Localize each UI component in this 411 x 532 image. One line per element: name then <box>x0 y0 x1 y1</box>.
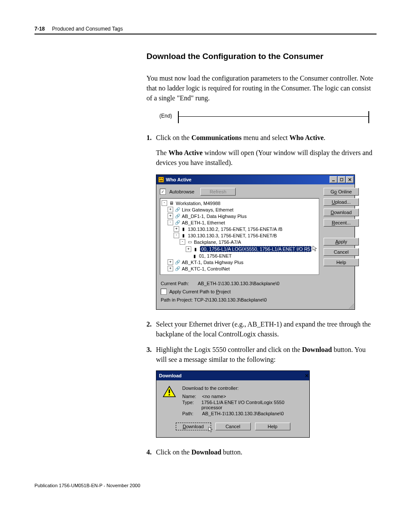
tree-node-backplane[interactable]: -▭Backplane, 1756-A7/A <box>162 239 318 245</box>
path-label: Path: <box>182 411 202 416</box>
step4-post: button. <box>221 448 243 456</box>
network-icon: 🔗 <box>174 266 181 271</box>
step3-bold: Download <box>302 346 332 353</box>
step-number: 3. <box>146 345 156 364</box>
who-active-window: Who Active ✓ Autobrowse Refresh -🖥Workst… <box>156 174 355 310</box>
module-icon: ▮ <box>181 227 187 231</box>
svg-rect-7 <box>169 394 170 395</box>
step-number: 2. <box>146 319 156 339</box>
autobrowse-label: Autobrowse <box>169 189 194 194</box>
who-active-app-icon <box>158 177 164 183</box>
page-header: 7-18 Produced and Consumed Tags <box>34 26 377 34</box>
module-icon: ▮ <box>192 254 198 258</box>
end-rung-label: (End) <box>159 111 178 119</box>
who-active-title: Who Active <box>166 177 330 182</box>
download-dialog: Download Download to the controller: Nam… <box>156 370 310 438</box>
download-dialog-cancel-button[interactable]: Cancel <box>215 423 251 430</box>
tree-node-linx-gateways[interactable]: +🔗Linx Gateways, Ethernet <box>162 206 318 213</box>
controller-icon: ▮ <box>193 247 199 252</box>
step1-substep: The Who Active window will open (Your wi… <box>156 148 377 168</box>
running-header: Produced and Consumed Tags <box>52 26 123 32</box>
step2-text: Select your Ethernet driver (e.g., AB_ET… <box>156 319 377 339</box>
close-icon[interactable] <box>346 176 354 183</box>
who-active-titlebar[interactable]: Who Active <box>156 175 355 184</box>
type-value: 1756-L1/A ENET I/O ControlLogix 5550 pro… <box>202 400 303 410</box>
apply-path-checkbox[interactable] <box>161 289 167 295</box>
help-button[interactable]: Help <box>324 258 359 266</box>
type-label: Type: <box>182 400 202 410</box>
footer-publication: Publication 1756-UM051B-EN-P - November … <box>34 483 377 488</box>
cursor-icon <box>312 246 318 252</box>
tree-node-enet-2[interactable]: +▮130.130.130.2, 1756-ENET, 1756-ENET/A … <box>162 226 318 232</box>
name-value: <no name> <box>202 394 226 399</box>
step1-sub-pre: The <box>156 149 168 156</box>
current-path-label: Current Path: <box>161 281 195 286</box>
cursor-icon <box>208 426 213 433</box>
tree-node-ab-eth[interactable]: -🔗AB_ETH-1, Ethernet <box>162 219 318 226</box>
download-dialog-download-button[interactable]: Download <box>176 423 211 430</box>
download-dialog-titlebar[interactable]: Download <box>156 371 309 380</box>
tree-node-ab-df1[interactable]: +🔗AB_DF1-1, Data Highway Plus <box>162 213 318 219</box>
tree-node-enet-3[interactable]: -▮130.130.130.3, 1756-ENET, 1756-ENET/B <box>162 232 318 239</box>
tree-node-logix5550[interactable]: +▮00, 1756-L1/A LOGIX5550, 1756-L1/A ENE… <box>162 245 318 253</box>
step1-pre: Click on the <box>156 134 191 141</box>
step1-bold-communications: Communications <box>191 134 241 141</box>
end-rung-figure: (End) <box>159 111 377 123</box>
svg-rect-0 <box>159 177 164 182</box>
tree-node-ab-kt[interactable]: +🔗AB_KT-1, Data Highway Plus <box>162 259 318 265</box>
name-label: Name: <box>182 394 202 399</box>
svg-rect-1 <box>159 178 161 179</box>
download-button[interactable]: Download <box>324 208 359 216</box>
intro-paragraph: You must now load the configuration para… <box>146 73 377 103</box>
network-icon: 🔗 <box>174 214 181 218</box>
autobrowse-checkbox[interactable]: ✓ <box>160 189 166 195</box>
recent-button[interactable]: Recent... <box>324 219 359 227</box>
apply-path-label: Apply Current Path to Project <box>169 289 230 294</box>
maximize-icon[interactable] <box>338 176 346 183</box>
module-icon: ▮ <box>181 233 187 238</box>
device-tree[interactable]: -🖥Workstation, M49988 +🔗Linx Gateways, E… <box>160 198 319 275</box>
step1-sub-bold: Who Active <box>168 149 203 156</box>
step-number: 4. <box>146 447 156 457</box>
step1-post: . <box>324 134 325 141</box>
step4-pre: Click on the <box>156 448 191 456</box>
backplane-icon: ▭ <box>187 240 193 244</box>
download-dialog-title: Download <box>159 373 305 378</box>
download-message: Download to the controller: <box>182 386 303 391</box>
resize-grip-icon[interactable] <box>349 304 354 309</box>
svg-rect-4 <box>332 180 335 181</box>
step3-pre: Highlight the Logix 5550 controller and … <box>156 346 302 353</box>
path-value: AB_ETH-1\130.130.130.3\Backplane\0 <box>202 411 284 416</box>
network-icon: 🔗 <box>174 207 181 212</box>
upload-button[interactable]: Upload... <box>324 198 359 206</box>
step-number: 1. <box>146 133 156 143</box>
svg-rect-2 <box>162 178 163 179</box>
tree-node-ab-ktc[interactable]: +🔗AB_KTC-1, ControlNet <box>162 265 318 272</box>
step1-bold-who-active: Who Active <box>290 134 324 141</box>
section-title: Download the Configuration to the Consum… <box>146 52 377 61</box>
tree-node-workstation[interactable]: -🖥Workstation, M49988 <box>162 200 318 206</box>
network-icon: 🔗 <box>174 220 181 225</box>
step4-text: Click on the Download button. <box>156 447 377 457</box>
svg-rect-5 <box>340 178 343 181</box>
network-icon: 🔗 <box>174 260 181 264</box>
workstation-icon: 🖥 <box>168 201 174 205</box>
svg-rect-6 <box>169 389 170 393</box>
path-in-project-label: Path in Project: TCP-2\130.130.130.3\Bac… <box>161 297 267 302</box>
download-dialog-help-button[interactable]: Help <box>255 423 290 430</box>
warning-icon <box>162 386 176 398</box>
go-online-button[interactable]: Go Online <box>324 188 359 196</box>
close-icon[interactable] <box>305 373 308 378</box>
step3-text: Highlight the Logix 5550 controller and … <box>156 345 377 364</box>
page-number: 7-18 <box>34 26 45 32</box>
refresh-button[interactable]: Refresh <box>200 188 236 196</box>
current-path-value: AB_ETH-1\130.130.130.3\Backplane\0 <box>198 281 280 286</box>
step1-mid: menu and select <box>242 134 290 141</box>
step-text: Click on the Communications menu and sel… <box>156 133 377 143</box>
cancel-button[interactable]: Cancel <box>324 248 359 256</box>
svg-rect-3 <box>159 180 163 181</box>
tree-node-01-enet[interactable]: ▮01, 1756-ENET <box>162 253 318 259</box>
minimize-icon[interactable] <box>330 176 337 183</box>
apply-button[interactable]: Apply <box>324 238 359 246</box>
step4-bold: Download <box>191 448 221 456</box>
